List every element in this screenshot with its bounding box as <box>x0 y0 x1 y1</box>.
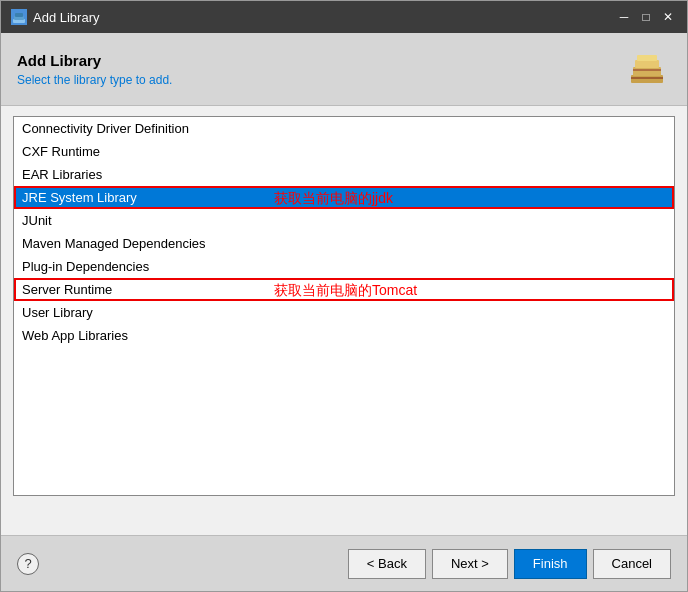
title-bar-controls: ─ □ ✕ <box>615 8 677 26</box>
annotation-label: 获取当前电脑的Tomcat <box>274 282 417 300</box>
add-library-dialog: Add Library ─ □ ✕ Add Library Select the… <box>0 0 688 592</box>
title-bar-left: Add Library <box>11 9 99 25</box>
header-icon <box>623 45 671 93</box>
finish-button[interactable]: Finish <box>514 549 587 579</box>
library-list[interactable]: Connectivity Driver DefinitionCXF Runtim… <box>13 116 675 496</box>
content-area: Connectivity Driver DefinitionCXF Runtim… <box>1 106 687 535</box>
list-item[interactable]: User Library <box>14 301 674 324</box>
header-title: Add Library <box>17 52 172 69</box>
title-text: Add Library <box>33 10 99 25</box>
list-item[interactable]: Web App Libraries <box>14 324 674 347</box>
list-item[interactable]: JUnit <box>14 209 674 232</box>
svg-rect-4 <box>633 67 661 76</box>
header-subtitle: Select the library type to add. <box>17 73 172 87</box>
header-section: Add Library Select the library type to a… <box>1 33 687 106</box>
list-item[interactable]: JRE System Library获取当前电脑的jjdk <box>14 186 674 209</box>
list-item[interactable]: Plug-in Dependencies <box>14 255 674 278</box>
title-bar: Add Library ─ □ ✕ <box>1 1 687 33</box>
list-item[interactable]: Server Runtime获取当前电脑的Tomcat <box>14 278 674 301</box>
svg-rect-7 <box>631 77 663 79</box>
svg-rect-6 <box>637 55 657 61</box>
list-item[interactable]: Maven Managed Dependencies <box>14 232 674 255</box>
dialog-icon <box>11 9 27 25</box>
annotation-label: 获取当前电脑的jjdk <box>274 190 393 208</box>
list-item[interactable]: EAR Libraries <box>14 163 674 186</box>
back-button[interactable]: < Back <box>348 549 426 579</box>
minimize-button[interactable]: ─ <box>615 8 633 26</box>
maximize-button[interactable]: □ <box>637 8 655 26</box>
footer-right: < Back Next > Finish Cancel <box>348 549 671 579</box>
list-item[interactable]: Connectivity Driver Definition <box>14 117 674 140</box>
cancel-button[interactable]: Cancel <box>593 549 671 579</box>
header-text: Add Library Select the library type to a… <box>17 52 172 87</box>
svg-rect-2 <box>15 13 23 17</box>
footer-left: ? <box>17 553 39 575</box>
svg-rect-5 <box>635 60 659 68</box>
svg-rect-8 <box>633 69 661 71</box>
close-button[interactable]: ✕ <box>659 8 677 26</box>
footer: ? < Back Next > Finish Cancel <box>1 535 687 591</box>
help-button[interactable]: ? <box>17 553 39 575</box>
next-button[interactable]: Next > <box>432 549 508 579</box>
list-item[interactable]: CXF Runtime <box>14 140 674 163</box>
